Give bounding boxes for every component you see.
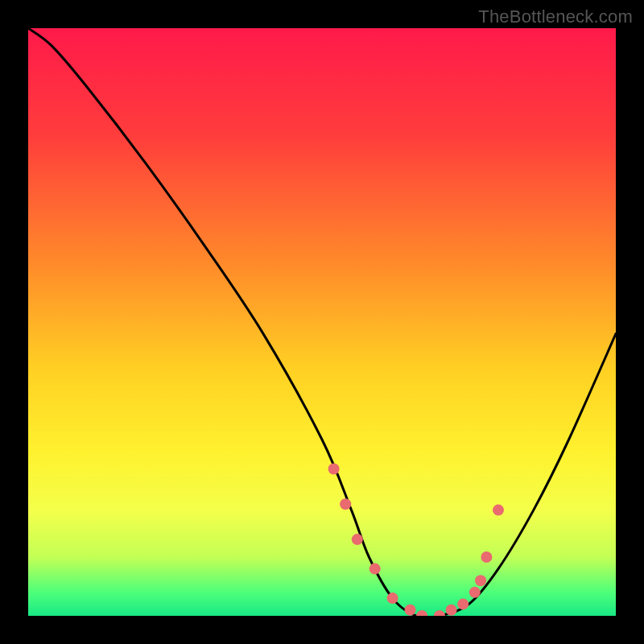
marker-dot [475,575,486,586]
plot-area [28,28,616,616]
highlight-markers [328,464,504,617]
marker-dot [387,592,398,604]
bottleneck-curve [28,28,616,616]
chart-container: TheBottleneck.com [0,0,644,644]
marker-dot [481,551,492,563]
marker-dot [340,498,351,510]
watermark-text: TheBottleneck.com [478,6,633,27]
marker-dot [434,610,445,616]
marker-dot [457,598,469,609]
curve-layer [28,28,616,616]
marker-dot [469,587,481,598]
marker-dot [493,505,504,516]
marker-dot [328,464,340,475]
marker-dot [416,610,427,616]
marker-dot [369,564,381,575]
marker-dot [352,534,363,545]
marker-dot [405,605,416,616]
marker-dot [446,605,457,616]
